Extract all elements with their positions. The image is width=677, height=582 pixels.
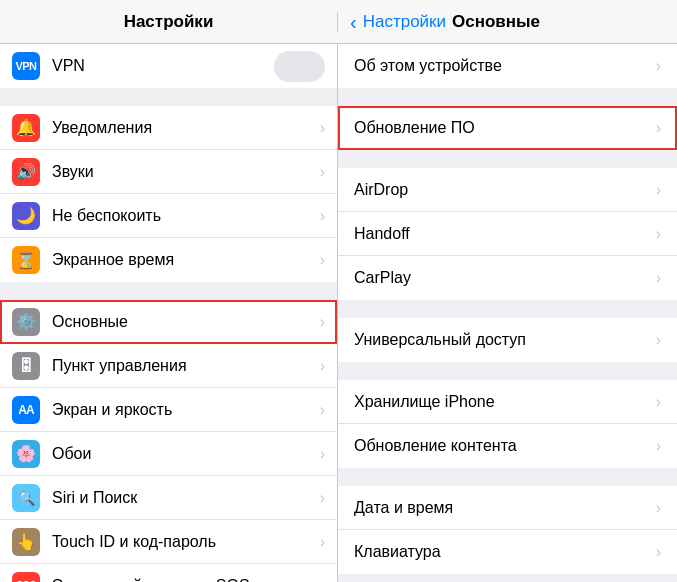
left-panel-title: Настройки [124, 12, 214, 32]
settings-item-wallpaper[interactable]: 🌸 Обои › [0, 432, 337, 476]
datetime-label: Дата и время [354, 499, 656, 517]
right-header: ‹ Настройки Основные [338, 12, 677, 32]
airdrop-label: AirDrop [354, 181, 656, 199]
sounds-label: Звуки [52, 163, 316, 181]
right-item-software-update[interactable]: Обновление ПО › [338, 106, 677, 150]
software-update-label: Обновление ПО [354, 119, 656, 137]
siri-icon: 🔍 [12, 484, 40, 512]
right-item-accessibility[interactable]: Универсальный доступ › [338, 318, 677, 362]
dnd-icon: 🌙 [12, 202, 40, 230]
settings-item-sos[interactable]: SOS Экстренный вызов — SOS › [0, 564, 337, 582]
right-item-handoff[interactable]: Handoff › [338, 212, 677, 256]
keyboard-label: Клавиатура [354, 543, 656, 561]
wallpaper-chevron-icon: › [320, 445, 325, 463]
back-chevron-icon[interactable]: ‹ [350, 12, 357, 32]
controlcenter-label: Пункт управления [52, 357, 316, 375]
right-group-5: Хранилище iPhone › Обновление контента › [338, 380, 677, 468]
carplay-chevron-icon: › [656, 269, 661, 287]
sounds-chevron-icon: › [320, 163, 325, 181]
back-button[interactable]: Настройки [363, 12, 446, 32]
sos-label: Экстренный вызов — SOS [52, 577, 316, 583]
right-item-keyboard[interactable]: Клавиатура › [338, 530, 677, 574]
screentime-label: Экранное время [52, 251, 316, 269]
controlcenter-icon: 🎛 [12, 352, 40, 380]
separator-2 [0, 282, 337, 300]
notifications-label: Уведомления [52, 119, 316, 137]
settings-item-siri[interactable]: 🔍 Siri и Поиск › [0, 476, 337, 520]
display-icon: AA [12, 396, 40, 424]
settings-item-general[interactable]: ⚙️ Основные › [0, 300, 337, 344]
settings-item-controlcenter[interactable]: 🎛 Пункт управления › [0, 344, 337, 388]
vpn-toggle[interactable] [274, 51, 325, 82]
accessibility-chevron-icon: › [656, 331, 661, 349]
about-label: Об этом устройстве [354, 57, 656, 75]
touchid-icon: 👆 [12, 528, 40, 556]
handoff-label: Handoff [354, 225, 656, 243]
wallpaper-label: Обои [52, 445, 316, 463]
right-group-6: Дата и время › Клавиатура › [338, 486, 677, 574]
siri-chevron-icon: › [320, 489, 325, 507]
screentime-icon: ⌛ [12, 246, 40, 274]
airdrop-chevron-icon: › [656, 181, 661, 199]
datetime-chevron-icon: › [656, 499, 661, 517]
right-group-4: Универсальный доступ › [338, 318, 677, 362]
about-chevron-icon: › [656, 57, 661, 75]
notifications-chevron-icon: › [320, 119, 325, 137]
storage-label: Хранилище iPhone [354, 393, 656, 411]
touchid-label: Touch ID и код-пароль [52, 533, 316, 551]
right-separator-2 [338, 150, 677, 168]
display-chevron-icon: › [320, 401, 325, 419]
bgrefresh-label: Обновление контента [354, 437, 656, 455]
handoff-chevron-icon: › [656, 225, 661, 243]
right-separator-5 [338, 468, 677, 486]
right-item-storage[interactable]: Хранилище iPhone › [338, 380, 677, 424]
controlcenter-chevron-icon: › [320, 357, 325, 375]
right-group-1: Об этом устройстве › [338, 44, 677, 88]
vpn-label: VPN [52, 57, 274, 75]
right-item-about[interactable]: Об этом устройстве › [338, 44, 677, 88]
right-separator-1 [338, 88, 677, 106]
right-group-2: Обновление ПО › [338, 106, 677, 150]
vpn-icon: VPN [12, 52, 40, 80]
right-separator-4 [338, 362, 677, 380]
siri-label: Siri и Поиск [52, 489, 316, 507]
carplay-label: CarPlay [354, 269, 656, 287]
settings-item-display[interactable]: AA Экран и яркость › [0, 388, 337, 432]
settings-group-1: 🔔 Уведомления › 🔊 Звуки › 🌙 Не беспокоит… [0, 106, 337, 282]
settings-item-dnd[interactable]: 🌙 Не беспокоить › [0, 194, 337, 238]
general-chevron-icon: › [320, 313, 325, 331]
notifications-icon: 🔔 [12, 114, 40, 142]
settings-item-vpn[interactable]: VPN VPN [0, 44, 337, 88]
right-item-carplay[interactable]: CarPlay › [338, 256, 677, 300]
accessibility-label: Универсальный доступ [354, 331, 656, 349]
settings-item-screentime[interactable]: ⌛ Экранное время › [0, 238, 337, 282]
sos-icon: SOS [12, 572, 40, 583]
keyboard-chevron-icon: › [656, 543, 661, 561]
wallpaper-icon: 🌸 [12, 440, 40, 468]
bgrefresh-chevron-icon: › [656, 437, 661, 455]
dnd-chevron-icon: › [320, 207, 325, 225]
settings-group-2: ⚙️ Основные › 🎛 Пункт управления › AA Эк… [0, 300, 337, 582]
right-item-datetime[interactable]: Дата и время › [338, 486, 677, 530]
software-update-chevron-icon: › [656, 119, 661, 137]
general-icon: ⚙️ [12, 308, 40, 336]
general-label: Основные [52, 313, 316, 331]
separator-1 [0, 88, 337, 106]
storage-chevron-icon: › [656, 393, 661, 411]
settings-item-sounds[interactable]: 🔊 Звуки › [0, 150, 337, 194]
right-panel: Об этом устройстве › Обновление ПО › Air… [338, 44, 677, 582]
right-item-airdrop[interactable]: AirDrop › [338, 168, 677, 212]
settings-group-vpn: VPN VPN [0, 44, 337, 88]
left-panel: VPN VPN 🔔 Уведомления › 🔊 Звуки › 🌙 Не б… [0, 44, 338, 582]
settings-item-touchid[interactable]: 👆 Touch ID и код-пароль › [0, 520, 337, 564]
right-separator-3 [338, 300, 677, 318]
app-header: Настройки ‹ Настройки Основные [0, 0, 677, 44]
main-content: VPN VPN 🔔 Уведомления › 🔊 Звуки › 🌙 Не б… [0, 44, 677, 582]
right-item-bgrefresh[interactable]: Обновление контента › [338, 424, 677, 468]
sos-chevron-icon: › [320, 577, 325, 583]
touchid-chevron-icon: › [320, 533, 325, 551]
left-header: Настройки [0, 12, 338, 32]
dnd-label: Не беспокоить [52, 207, 316, 225]
right-panel-title: Основные [452, 12, 540, 32]
settings-item-notifications[interactable]: 🔔 Уведомления › [0, 106, 337, 150]
